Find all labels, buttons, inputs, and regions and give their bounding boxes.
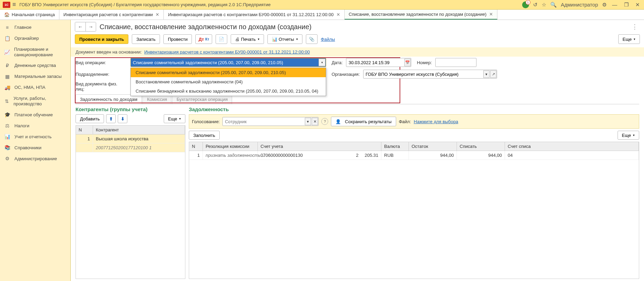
basis-label: Документ введен на основании: [76, 49, 142, 55]
settings-icon[interactable]: ⚙ [602, 2, 607, 8]
col-res: Резолюция комиссии [203, 142, 258, 151]
tax-icon: ⚖ [4, 123, 10, 128]
more-label: Еще [168, 116, 177, 121]
cell-empty [76, 143, 93, 152]
add-button[interactable]: Добавить [76, 114, 104, 123]
tab-close-icon[interactable]: ✕ [336, 12, 340, 17]
tab-inventory-list[interactable]: Инвентаризация расчетов с контрагентами … [59, 10, 164, 20]
more-label: Еще [623, 37, 632, 42]
sidebar-item-admin[interactable]: ⚙Администрирование [0, 153, 70, 164]
table-row-sub[interactable]: 200771250200177120100 1 [76, 143, 185, 152]
sidebar-item-services[interactable]: ⇅Услуги, работы, производство [0, 93, 70, 109]
dropdown-option[interactable]: Восстановление сомнительной задолженност… [131, 77, 326, 86]
cell-res: признать задолженность ... [203, 151, 258, 160]
sidebar-item-label: Администрирование [14, 156, 57, 162]
right-title: Задолженность [189, 106, 639, 112]
post-and-close-button[interactable]: Провести и закрыть [75, 34, 128, 44]
forward-button[interactable]: → [85, 22, 96, 31]
reports-label: Отчеты [279, 37, 294, 42]
left-title: Контрагенты (группы учета) [76, 106, 185, 112]
sidebar-item-accounting[interactable]: 📊Учет и отчетность [0, 131, 70, 142]
truck-icon: 🚚 [4, 85, 10, 90]
notifications-badge[interactable] [522, 1, 529, 8]
right-column: Задолженность Голосование: ▾ ✕ ? 👤 Сохра… [189, 106, 639, 279]
fill-button[interactable]: Заполнить [189, 131, 220, 140]
vote-employee-input[interactable] [222, 117, 319, 126]
print-button[interactable]: 🖨Печать▾ [231, 34, 264, 44]
print-label: Печать [241, 37, 256, 42]
back-button[interactable]: ← [75, 22, 85, 31]
tab-close-icon[interactable]: ✕ [489, 12, 493, 17]
op-type-select[interactable] [130, 58, 326, 67]
star-icon[interactable]: ☆ [542, 2, 546, 8]
sidebar-item-organizer[interactable]: 📋Органайзер [0, 33, 70, 44]
tab-home[interactable]: 🏠 Начальная страница [0, 10, 59, 20]
report-icon: 📊 [272, 37, 277, 42]
help-icon[interactable]: ? [321, 118, 328, 125]
tab-inventory-doc[interactable]: Инвентаризация расчетов с контрагентами … [164, 10, 344, 20]
date-input[interactable] [346, 58, 411, 67]
tab-close-icon[interactable]: ✕ [156, 12, 159, 17]
sidebar-item-planning[interactable]: 📈Планирование и санкционирование [0, 44, 70, 60]
write-button[interactable]: Записать [132, 34, 160, 44]
chevron-down-icon[interactable]: ▾ [319, 59, 325, 66]
subdivision-label: Подразделение: [76, 72, 127, 77]
dtkt-button[interactable]: ДтКт [195, 34, 212, 44]
sidebar-item-label: Услуги, работы, производство [13, 96, 66, 106]
cell-acc-num: 205.31 [365, 153, 378, 158]
basis-link[interactable]: Инвентаризация расчетов с контрагентами … [144, 49, 310, 55]
sidebar-item-materials[interactable]: ▦Материальные запасы [0, 71, 70, 82]
right-more-button[interactable]: Еще▾ [618, 131, 639, 140]
sidebar-item-money[interactable]: ₽Денежные средства [0, 60, 70, 71]
table-row[interactable]: 1 признать задолженность ... 07060000000… [189, 151, 639, 160]
save-results-button[interactable]: 👤 Сохранить результаты [331, 117, 396, 126]
op-type-dropdown: Списание сомнительной задолженности (205… [130, 68, 326, 96]
more-button[interactable]: Еще▾ [618, 34, 640, 44]
move-down-button[interactable]: ⬇ [118, 114, 127, 123]
chevron-down-icon[interactable]: ▾ [305, 118, 311, 125]
move-up-button[interactable]: ⬆ [106, 114, 116, 123]
form-area: Вид операции: ▾ Списание сомнительной за… [71, 57, 644, 93]
debt-table[interactable]: N Резолюция комиссии Счет учета Валюта О… [189, 142, 639, 279]
table-row[interactable]: 1 Высшая школа искусства [76, 134, 185, 143]
left-more-button[interactable]: Еще▾ [164, 114, 185, 123]
process-icon: ⇅ [4, 98, 9, 104]
sidebar-item-main[interactable]: ≡Главное [0, 22, 70, 33]
sidebar-item-assets[interactable]: 🚚ОС, НМА, НПА [0, 82, 70, 93]
dropdown-option[interactable]: Списание сомнительной задолженности (205… [131, 68, 326, 77]
cell-n: 1 [76, 134, 93, 143]
dropdown-option[interactable]: Списание безнадежной к взысканию задолже… [131, 86, 326, 96]
tab-label: Списание, восстановление задолженности п… [349, 12, 486, 17]
clear-icon[interactable]: ✕ [312, 118, 318, 125]
calendar-icon[interactable]: 📅 [404, 59, 411, 66]
history-icon[interactable]: ↺ [533, 2, 538, 8]
sidebar-item-taxes[interactable]: ⚖Налоги [0, 120, 70, 131]
tab-label: Инвентаризация расчетов с контрагентами [64, 12, 153, 17]
minimize-icon[interactable]: — [611, 2, 619, 8]
close-icon[interactable]: ✕ [634, 2, 641, 8]
voting-bar: Голосование: ▾ ✕ ? 👤 Сохранить результат… [189, 114, 639, 129]
col-wr: Списать [457, 142, 505, 151]
chevron-down-icon[interactable]: ▾ [483, 70, 490, 78]
attach-button[interactable]: 📎 [306, 34, 318, 44]
tab-writeoff-doc[interactable]: Списание, восстановление задолженности п… [345, 10, 497, 20]
contractors-table[interactable]: N Контрагент 1 Высшая школа искусства 20… [76, 125, 185, 279]
post-button[interactable]: Провести [163, 34, 192, 44]
file-pick-link[interactable]: Нажмите для выбора [414, 119, 458, 124]
user-name[interactable]: Администратор [561, 2, 598, 8]
doc-flow-button[interactable]: 📄 [216, 34, 227, 44]
titlebar-right: ↺ ☆ 🔍 Администратор ⚙ — ❐ ✕ [522, 1, 641, 8]
sidebar-item-dictionaries[interactable]: 📚Справочники [0, 142, 70, 153]
main: ≡Главное 📋Органайзер 📈Планирование и сан… [0, 20, 644, 281]
open-icon[interactable]: ↗ [490, 70, 496, 78]
files-link[interactable]: Файлы [321, 37, 335, 42]
kebab-icon[interactable]: ⋮ [632, 23, 640, 31]
hamburger-icon[interactable]: ≡ [12, 1, 16, 8]
number-input[interactable] [435, 58, 476, 67]
boxes-icon: ▦ [4, 74, 10, 79]
restore-icon[interactable]: ❐ [623, 2, 630, 8]
org-input[interactable] [363, 70, 497, 79]
search-icon[interactable]: 🔍 [550, 2, 557, 8]
sidebar-item-education[interactable]: 🎓Платное обучение [0, 109, 70, 120]
reports-button[interactable]: 📊Отчеты▾ [267, 34, 302, 44]
